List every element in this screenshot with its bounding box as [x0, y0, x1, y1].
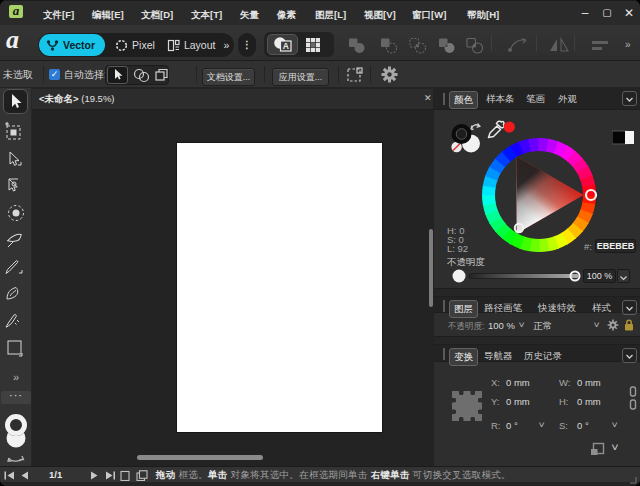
svg-text:A: A — [283, 41, 289, 51]
